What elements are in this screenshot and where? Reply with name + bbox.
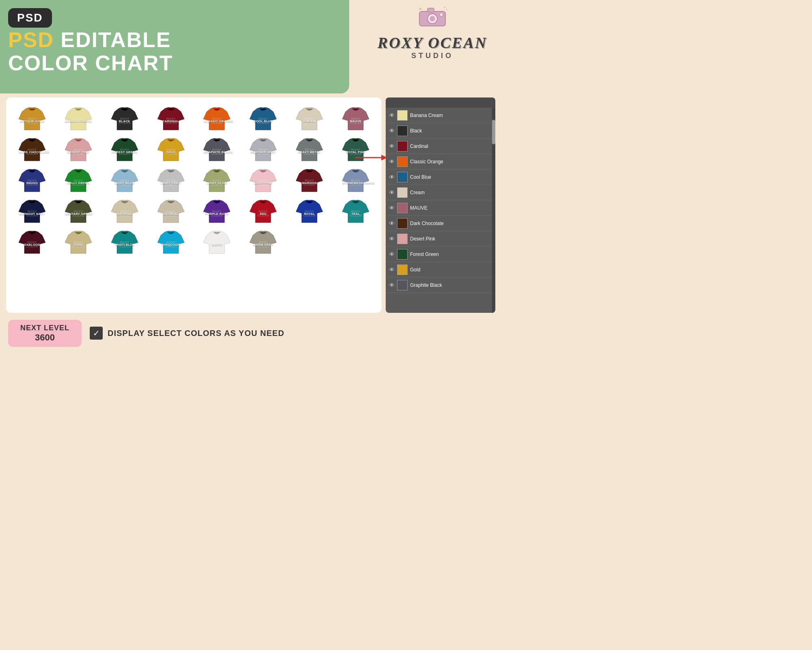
next-level-line2: 3600 xyxy=(20,332,69,343)
layer-item[interactable]: 👁 Forest Green xyxy=(386,247,495,262)
shirt-label: ANTIQUE GOLD xyxy=(19,119,45,123)
eye-icon[interactable]: 👁 xyxy=(389,236,395,242)
layer-item[interactable]: 👁 Cream xyxy=(386,185,495,200)
eye-icon[interactable]: 👁 xyxy=(389,112,395,119)
shirt-item: ROXY OCEAN LIGHT PINK xyxy=(241,165,285,194)
layer-item[interactable]: 👁 Cardinal xyxy=(386,139,495,154)
eye-icon[interactable]: 👁 xyxy=(389,128,395,134)
layer-thumbnail xyxy=(397,110,408,121)
shirt-label: OATMEAL xyxy=(158,212,184,216)
shirt-item: ROXY OCEAN ANTIQUE GOLD xyxy=(10,104,54,132)
shirt-label: NATURAL xyxy=(111,212,138,216)
shirt-label: ROYAL xyxy=(296,212,323,216)
shirt-item: ROXY OCEAN DESERT PINK xyxy=(56,134,100,163)
svg-point-2 xyxy=(430,16,435,22)
bottom-bar: NEXT LEVEL 3600 ✓ DISPLAY SELECT COLORS … xyxy=(0,317,499,349)
layer-item[interactable]: 👁 Gold xyxy=(386,262,495,277)
layer-thumbnail xyxy=(397,126,408,136)
shirt-item: ROXY OCEAN DARK CHOCOLATE xyxy=(10,134,54,163)
shirt-item: ROXY OCEAN GOLD xyxy=(149,134,193,163)
layer-item[interactable]: 👁 Dark Chocolate xyxy=(386,216,495,231)
shirt-label: DESERT PINK xyxy=(65,150,91,154)
layer-item[interactable]: 👁 Banana Cream xyxy=(386,108,495,123)
shirt-item: ROXY OCEAN MIDNIGHT NAVY xyxy=(10,196,54,225)
checkbox[interactable]: ✓ xyxy=(90,327,103,340)
shirt-label: LIGHT OLIVE xyxy=(204,181,230,185)
eye-icon[interactable]: 👁 xyxy=(389,282,395,288)
shirt-label: DARK CHOCOLATE xyxy=(19,150,45,154)
shirt-item: ROXY OCEAN BANANA CREAM xyxy=(56,104,100,132)
shirt-item: ROXY OCEAN BLACK xyxy=(103,104,147,132)
eye-icon[interactable]: 👁 xyxy=(389,189,395,196)
layer-item[interactable]: 👁 Desert Pink xyxy=(386,231,495,247)
layer-item[interactable]: 👁 Cool Blue xyxy=(386,169,495,185)
eye-icon[interactable]: 👁 xyxy=(389,251,395,258)
layer-item[interactable]: 👁 Black xyxy=(386,123,495,139)
layers-panel: 👁 Banana Cream 👁 Black 👁 Cardinal 👁 Clas… xyxy=(386,98,495,313)
layer-name: Cool Blue xyxy=(410,174,492,180)
layer-thumbnail xyxy=(397,234,408,244)
layer-thumbnail xyxy=(397,172,408,182)
shirt-item: ROXY OCEAN OATMEAL xyxy=(149,196,193,225)
shirt-label: CLASSIC ORANGE xyxy=(204,119,230,123)
shirt-label: STONEWASH DENIM xyxy=(343,181,369,185)
content-area: ROXY OCEAN ANTIQUE GOLD ROXY OCEAN BANAN… xyxy=(0,93,499,317)
shirt-item: ROXY OCEAN RED xyxy=(241,196,285,225)
eye-icon[interactable]: 👁 xyxy=(389,143,395,150)
shirt-label: GOLD xyxy=(158,150,184,154)
shirt-item: ROXY OCEAN ROYAL xyxy=(287,196,331,225)
shirt-label: COOL BLUE xyxy=(250,119,276,123)
scroll-thumb[interactable] xyxy=(492,120,495,144)
title-psd-word: PSD xyxy=(8,28,54,52)
layer-name: Dark Chocolate xyxy=(410,221,492,226)
svg-point-5 xyxy=(419,8,421,10)
layer-name: Classic Orange xyxy=(410,159,492,165)
layer-thumbnail xyxy=(397,141,408,152)
layer-item[interactable]: 👁 MAUVE xyxy=(386,200,495,216)
layer-name: Gold xyxy=(410,267,492,273)
layer-thumbnail xyxy=(397,280,408,290)
next-level-badge: NEXT LEVEL 3600 xyxy=(8,320,82,347)
shirt-item: ROXY OCEAN WARM GREY xyxy=(241,227,285,256)
shirt-item: ROXY OCEAN MAROON xyxy=(287,165,331,194)
eye-icon[interactable]: 👁 xyxy=(389,158,395,165)
shirt-label: CARDINAL xyxy=(158,119,184,123)
shirt-label: INDIGO xyxy=(19,181,45,185)
arrow-indicator xyxy=(355,154,387,163)
layer-thumbnail xyxy=(397,156,408,167)
shirt-item: ROXY OCEAN KELLY GREEN xyxy=(56,165,100,194)
layer-name: MAUVE xyxy=(410,205,492,211)
shirt-label: PURPLE RUSH xyxy=(204,212,230,216)
shirt-item: ROXY OCEAN HEAVY METAL xyxy=(287,134,331,163)
layers-list: 👁 Banana Cream 👁 Black 👁 Cardinal 👁 Clas… xyxy=(386,108,495,293)
shirt-label: MIDNIGHT NAVY xyxy=(19,212,45,216)
shirt-panel: ROXY OCEAN ANTIQUE GOLD ROXY OCEAN BANAN… xyxy=(6,98,382,313)
eye-icon[interactable]: 👁 xyxy=(389,266,395,273)
shirt-item: ROXY OCEAN NATURAL xyxy=(103,196,147,225)
shirt-item: ROXY OCEAN LIGHT BLUE xyxy=(103,165,147,194)
shirt-item: ROXY OCEAN CREAM xyxy=(287,104,331,132)
layer-name: Graphite Black xyxy=(410,282,492,288)
shirt-item: ROXY OCEAN WHITE xyxy=(195,227,239,256)
camera-icon xyxy=(369,4,495,34)
eye-icon[interactable]: 👁 xyxy=(389,220,395,227)
main-title: PSD EDITABLE COLOR CHART xyxy=(8,28,173,75)
shirt-label: BLACK xyxy=(111,119,138,123)
shirt-label: SAND xyxy=(65,243,91,247)
layer-name: Forest Green xyxy=(410,251,492,257)
eye-icon[interactable]: 👁 xyxy=(389,174,395,180)
svg-point-6 xyxy=(444,6,445,8)
shirt-item: ROXY OCEAN FOREST GREEN xyxy=(103,134,147,163)
layer-thumbnail xyxy=(397,187,408,198)
shirt-label: TAHITI BLUE xyxy=(111,243,138,247)
layer-item[interactable]: 👁 Classic Orange xyxy=(386,154,495,169)
eye-icon[interactable]: 👁 xyxy=(389,205,395,211)
shirt-item: ROXY OCEAN SAND xyxy=(56,227,100,256)
shirt-label: FOREST GREEN xyxy=(111,150,138,154)
svg-rect-3 xyxy=(428,8,434,12)
shirt-item: ROXY OCEAN PURPLE RUSH xyxy=(195,196,239,225)
shirt-item: ROXY OCEAN TAHITI BLUE xyxy=(103,227,147,256)
scrollbar[interactable] xyxy=(492,108,495,313)
layer-item[interactable]: 👁 Graphite Black xyxy=(386,277,495,293)
shirt-label: OXBLOOD xyxy=(19,243,45,247)
